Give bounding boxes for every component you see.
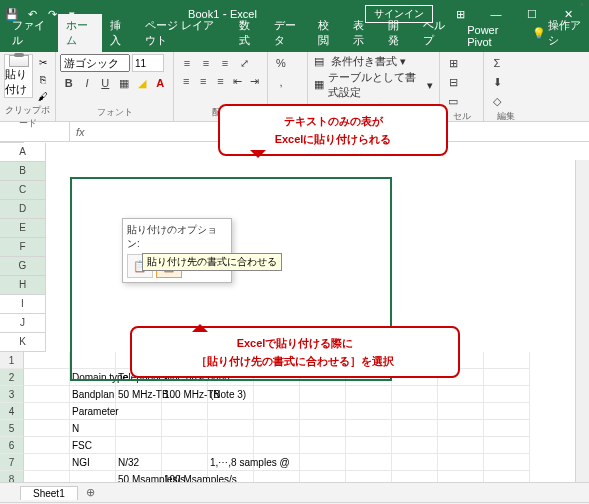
cell-F7[interactable] (254, 454, 300, 471)
cell-C8[interactable]: 50 Msamples/s (116, 471, 162, 482)
insert-cells-icon[interactable]: ⊞ (444, 54, 462, 72)
cell-A4[interactable] (24, 403, 70, 420)
cell-H6[interactable] (346, 437, 392, 454)
cell-K3[interactable] (484, 386, 530, 403)
tab-pivot[interactable]: Power Pivot (459, 20, 525, 52)
col-header-H[interactable]: H (0, 276, 46, 295)
cell-J7[interactable] (438, 454, 484, 471)
tab-formula[interactable]: 数式 (231, 14, 266, 52)
fill-color-button[interactable]: ◢ (133, 74, 150, 92)
cell-K4[interactable] (484, 403, 530, 420)
vertical-scrollbar[interactable] (575, 160, 589, 482)
cell-I5[interactable] (392, 420, 438, 437)
name-box[interactable] (0, 122, 70, 141)
row-header-6[interactable]: 6 (0, 437, 24, 454)
align-bottom-icon[interactable]: ≡ (216, 54, 234, 72)
cell-F3[interactable] (254, 386, 300, 403)
indent-inc-icon[interactable]: ⇥ (247, 72, 263, 90)
cell-E8[interactable] (208, 471, 254, 482)
autosum-icon[interactable]: Σ (488, 54, 506, 72)
col-header-C[interactable]: C (0, 181, 46, 200)
cell-G5[interactable] (300, 420, 346, 437)
cell-I3[interactable] (392, 386, 438, 403)
comma-icon[interactable]: , (272, 73, 290, 91)
tab-data[interactable]: データ (266, 14, 310, 52)
cell-G3[interactable] (300, 386, 346, 403)
cell-D8[interactable]: 100 Msamples/s (162, 471, 208, 482)
cell-I6[interactable] (392, 437, 438, 454)
cell-C5[interactable] (116, 420, 162, 437)
cell-D7[interactable] (162, 454, 208, 471)
font-color-button[interactable]: A (152, 74, 169, 92)
col-header-B[interactable]: B (0, 162, 46, 181)
delete-cells-icon[interactable]: ⊟ (444, 73, 462, 91)
tab-layout[interactable]: ページ レイアウト (137, 14, 231, 52)
cell-A7[interactable] (24, 454, 70, 471)
cell-B4[interactable]: Parameter (70, 403, 116, 420)
tab-help[interactable]: ヘルプ (415, 14, 459, 52)
cell-D6[interactable] (162, 437, 208, 454)
col-header-K[interactable]: K (0, 333, 46, 352)
tab-insert[interactable]: 挿入 (102, 14, 137, 52)
cell-K6[interactable] (484, 437, 530, 454)
cell-H7[interactable] (346, 454, 392, 471)
cell-C6[interactable] (116, 437, 162, 454)
col-header-A[interactable]: A (0, 143, 46, 162)
cell-J6[interactable] (438, 437, 484, 454)
cell-C4[interactable] (116, 403, 162, 420)
italic-button[interactable]: I (78, 74, 95, 92)
align-center-icon[interactable]: ≡ (195, 72, 211, 90)
cell-H5[interactable] (346, 420, 392, 437)
tab-home[interactable]: ホーム (58, 14, 102, 52)
cell-H8[interactable] (346, 471, 392, 482)
col-header-G[interactable]: G (0, 257, 46, 276)
conditional-format-button[interactable]: ▤条件付き書式 ▾ (312, 54, 435, 69)
cell-K8[interactable] (484, 471, 530, 482)
cell-D5[interactable] (162, 420, 208, 437)
cell-B3[interactable]: Bandplan (70, 386, 116, 403)
row-header-4[interactable]: 4 (0, 403, 24, 420)
cell-G4[interactable] (300, 403, 346, 420)
cell-A6[interactable] (24, 437, 70, 454)
sheet-tab-1[interactable]: Sheet1 (20, 486, 78, 500)
cell-J8[interactable] (438, 471, 484, 482)
cell-J4[interactable] (438, 403, 484, 420)
cell-K2[interactable] (484, 369, 530, 386)
cell-E6[interactable] (208, 437, 254, 454)
cell-C7[interactable]: N/32 (116, 454, 162, 471)
align-top-icon[interactable]: ≡ (178, 54, 196, 72)
format-painter-icon[interactable]: 🖌 (35, 88, 51, 104)
cell-D4[interactable] (162, 403, 208, 420)
copy-icon[interactable]: ⎘ (35, 71, 51, 87)
underline-button[interactable]: U (97, 74, 114, 92)
row-header-7[interactable]: 7 (0, 454, 24, 471)
cell-E5[interactable] (208, 420, 254, 437)
font-size-select[interactable] (132, 54, 164, 72)
row-header-1[interactable]: 1 (0, 352, 24, 369)
col-header-I[interactable]: I (0, 295, 46, 314)
cell-B1[interactable] (70, 352, 116, 369)
cut-icon[interactable]: ✂ (35, 54, 51, 70)
clear-icon[interactable]: ◇ (488, 92, 506, 110)
cell-A3[interactable] (24, 386, 70, 403)
cell-A2[interactable] (24, 369, 70, 386)
font-name-select[interactable] (60, 54, 130, 72)
tab-view[interactable]: 表示 (345, 14, 380, 52)
cell-K7[interactable] (484, 454, 530, 471)
col-header-F[interactable]: F (0, 238, 46, 257)
indent-dec-icon[interactable]: ⇤ (230, 72, 246, 90)
format-as-table-button[interactable]: ▦テーブルとして書式設定 ▾ (312, 70, 435, 100)
cell-B6[interactable]: FSC (70, 437, 116, 454)
cell-B7[interactable]: NGI (70, 454, 116, 471)
cell-I4[interactable] (392, 403, 438, 420)
cell-E3[interactable]: (Note 3) (208, 386, 254, 403)
cell-I7[interactable] (392, 454, 438, 471)
new-sheet-button[interactable]: ⊕ (82, 484, 100, 502)
tab-file[interactable]: ファイル (4, 14, 58, 52)
worksheet-grid[interactable]: ABCDEFGHIJK 12Domain typeTelephone-line … (0, 142, 589, 482)
align-left-icon[interactable]: ≡ (178, 72, 194, 90)
align-right-icon[interactable]: ≡ (212, 72, 228, 90)
tell-me[interactable]: 💡操作アシ (526, 14, 589, 52)
cell-B5[interactable]: N (70, 420, 116, 437)
cell-G6[interactable] (300, 437, 346, 454)
